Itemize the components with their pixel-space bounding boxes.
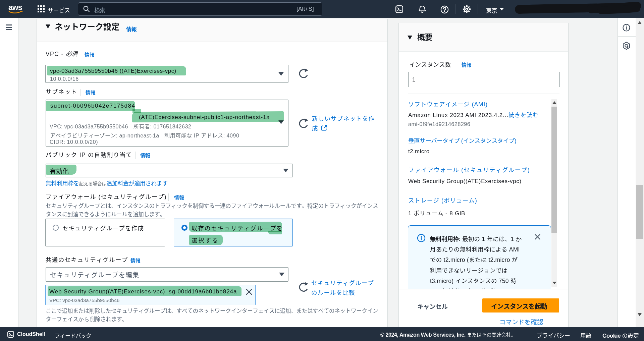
svg-text:aws: aws: [8, 3, 22, 12]
